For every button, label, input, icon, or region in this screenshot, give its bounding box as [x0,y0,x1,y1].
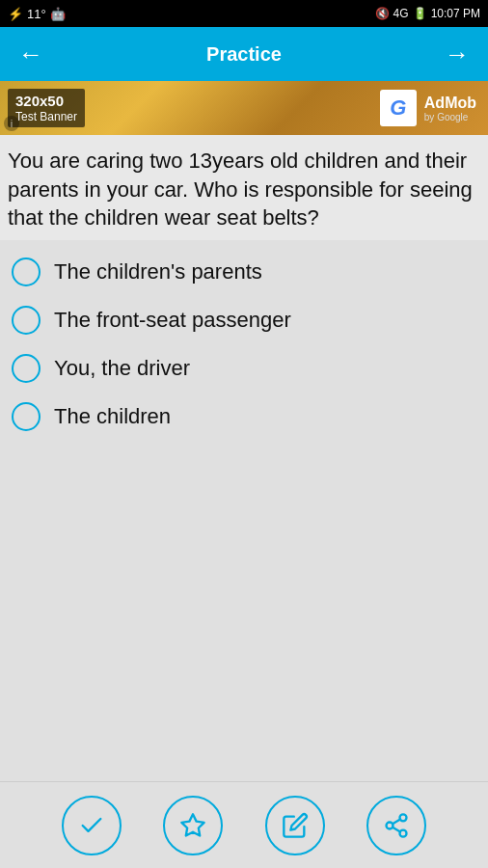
android-icon: 🤖 [50,7,66,21]
option-1[interactable]: The children's parents [8,248,480,296]
radio-3[interactable] [12,354,41,383]
status-left: ⚡ 11° 🤖 [8,7,66,21]
ad-size: 320x50 [15,93,77,109]
svg-line-4 [393,827,400,831]
option-2-label: The front-seat passenger [54,308,291,333]
ad-banner-label: 320x50 Test Banner [8,89,85,127]
option-3[interactable]: You, the driver [8,344,480,393]
back-button[interactable]: ← [12,41,50,67]
option-2[interactable]: The front-seat passenger [8,296,480,344]
edit-icon [282,812,309,839]
admob-by: by Google [424,112,476,122]
share-icon [383,812,410,839]
header: ← Practice → [0,27,488,81]
radio-1[interactable] [12,258,41,286]
option-3-label: You, the driver [54,356,190,381]
admob-label: AdMob [424,95,476,112]
forward-button[interactable]: → [438,41,476,67]
admob-g-logo: G [380,90,417,126]
star-icon [179,812,206,839]
page-title: Practice [50,43,438,66]
battery-icon: 🔋 [413,7,427,20]
check-button[interactable] [62,796,122,855]
note-button[interactable] [265,796,325,855]
check-icon [78,812,105,839]
options-area: The children's parents The front-seat pa… [0,240,488,781]
radio-2[interactable] [12,306,41,335]
status-right: 🔇 4G 🔋 10:07 PM [375,7,480,20]
question-text: You are caring two 13years old children … [8,147,480,232]
ad-info-icon: i [4,116,19,131]
temperature: 11° [27,7,46,21]
share-button[interactable] [366,796,426,855]
svg-line-5 [393,819,400,824]
admob-text-group: AdMob by Google [424,95,476,122]
svg-marker-0 [182,814,204,835]
time: 10:07 PM [431,7,480,20]
status-bar: ⚡ 11° 🤖 🔇 4G 🔋 10:07 PM [0,0,488,27]
bottom-toolbar [0,781,488,868]
favourite-button[interactable] [163,796,223,855]
option-4-label: The children [54,404,171,429]
option-4[interactable]: The children [8,393,480,441]
ad-logo-area: G AdMob by Google [380,90,476,126]
option-1-label: The children's parents [54,259,262,285]
usb-icon: ⚡ [8,7,23,21]
signal-icon: 4G [393,7,409,20]
ad-text: Test Banner [15,110,77,123]
radio-4[interactable] [12,402,41,431]
ad-banner[interactable]: 320x50 Test Banner i G AdMob by Google [0,81,488,135]
question-area: You are caring two 13years old children … [0,135,488,240]
mute-icon: 🔇 [375,7,390,20]
